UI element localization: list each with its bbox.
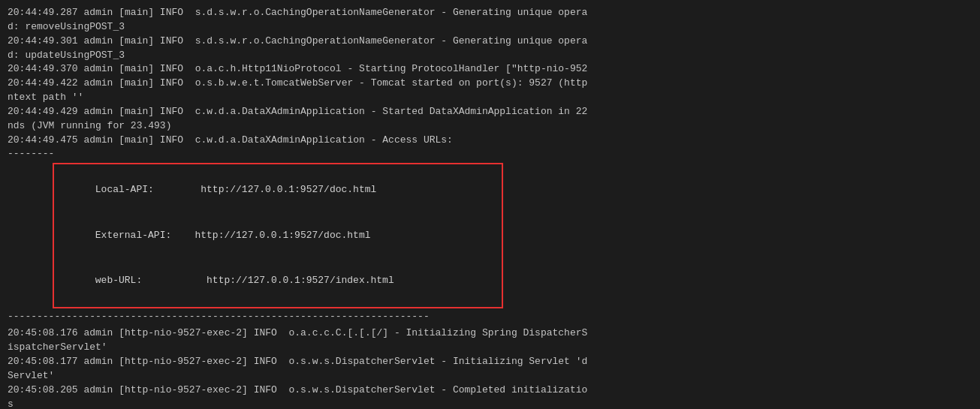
bottom-log-6: s xyxy=(8,398,972,409)
log-line-6: 20:44:49.422 admin [main] INFO o.s.b.w.e… xyxy=(8,77,972,91)
web-url-label: web-URL: xyxy=(95,275,142,286)
log-line-5: 20:44:49.370 admin [main] INFO o.a.c.h.H… xyxy=(8,62,972,77)
log-line-7: ntext path '' xyxy=(8,91,972,105)
web-url-line: web-URL: http://127.0.0.1:9527/index.htm… xyxy=(60,258,496,303)
log-line-4: d: updateUsingPOST_3 xyxy=(8,49,972,63)
bottom-log-4: Servlet' xyxy=(8,369,972,383)
log-line-2: d: removeUsingPOST_3 xyxy=(8,20,972,35)
local-api-label: Local-API: xyxy=(95,184,154,195)
bottom-log-2: ispatcherServlet' xyxy=(8,341,972,355)
log-line-9: nds (JVM running for 23.493) xyxy=(8,119,972,134)
local-api-url: http://127.0.0.1:9527/doc.html xyxy=(154,184,376,195)
log-line-1: 20:44:49.287 admin [main] INFO s.d.s.w.r… xyxy=(8,6,972,20)
log-line-3: 20:44:49.301 admin [main] INFO s.d.s.w.r… xyxy=(8,35,972,49)
bottom-log-3: 20:45:08.177 admin [http-nio-9527-exec-2… xyxy=(8,355,972,369)
local-api-line: Local-API: http://127.0.0.1:9527/doc.htm… xyxy=(60,167,496,212)
url-highlight-box: Local-API: http://127.0.0.1:9527/doc.htm… xyxy=(53,163,503,308)
external-api-label: External-API: xyxy=(95,230,171,241)
web-url-url: http://127.0.0.1:9527/index.html xyxy=(142,275,394,286)
dashed-separator-bottom: ----------------------------------------… xyxy=(8,310,972,324)
dashed-separator-top: -------- xyxy=(8,147,972,161)
bottom-log-1: 20:45:08.176 admin [http-nio-9527-exec-2… xyxy=(8,326,972,341)
bottom-log-5: 20:45:08.205 admin [http-nio-9527-exec-2… xyxy=(8,383,972,398)
terminal-window: 20:44:49.287 admin [main] INFO s.d.s.w.r… xyxy=(0,0,980,409)
external-api-url: http://127.0.0.1:9527/doc.html xyxy=(171,230,370,241)
log-line-10: 20:44:49.475 admin [main] INFO c.w.d.a.D… xyxy=(8,134,972,148)
external-api-line: External-API: http://127.0.0.1:9527/doc.… xyxy=(60,213,496,258)
log-line-8: 20:44:49.429 admin [main] INFO c.w.d.a.D… xyxy=(8,105,972,119)
